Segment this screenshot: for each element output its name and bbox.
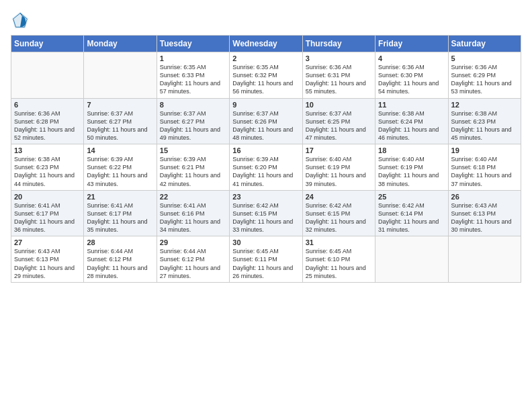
day-info: Sunrise: 6:38 AM Sunset: 6:23 PM Dayligh… bbox=[451, 109, 518, 142]
day-info: Sunrise: 6:42 AM Sunset: 6:15 PM Dayligh… bbox=[306, 201, 372, 234]
day-info: Sunrise: 6:36 AM Sunset: 6:28 PM Dayligh… bbox=[14, 109, 81, 142]
day-number: 5 bbox=[451, 54, 518, 62]
day-info: Sunrise: 6:38 AM Sunset: 6:24 PM Dayligh… bbox=[378, 109, 445, 142]
day-number: 22 bbox=[160, 193, 226, 201]
day-number: 18 bbox=[378, 146, 445, 154]
calendar-cell: 16Sunrise: 6:39 AM Sunset: 6:20 PM Dayli… bbox=[230, 144, 302, 191]
calendar-cell: 20Sunrise: 6:41 AM Sunset: 6:17 PM Dayli… bbox=[11, 190, 84, 236]
day-info: Sunrise: 6:35 AM Sunset: 6:32 PM Dayligh… bbox=[232, 63, 299, 96]
calendar-header-wednesday: Wednesday bbox=[230, 36, 302, 52]
day-info: Sunrise: 6:42 AM Sunset: 6:15 PM Dayligh… bbox=[232, 201, 299, 234]
logo-icon bbox=[11, 11, 30, 30]
calendar-cell: 4Sunrise: 6:36 AM Sunset: 6:30 PM Daylig… bbox=[375, 52, 448, 99]
calendar-cell bbox=[84, 52, 157, 99]
day-info: Sunrise: 6:39 AM Sunset: 6:21 PM Dayligh… bbox=[160, 155, 226, 188]
day-number: 16 bbox=[232, 146, 299, 154]
day-info: Sunrise: 6:39 AM Sunset: 6:22 PM Dayligh… bbox=[87, 155, 153, 188]
day-number: 8 bbox=[160, 101, 226, 109]
day-info: Sunrise: 6:43 AM Sunset: 6:13 PM Dayligh… bbox=[14, 247, 81, 280]
day-info: Sunrise: 6:38 AM Sunset: 6:23 PM Dayligh… bbox=[14, 155, 81, 188]
day-info: Sunrise: 6:43 AM Sunset: 6:13 PM Dayligh… bbox=[451, 201, 518, 234]
calendar-week-3: 13Sunrise: 6:38 AM Sunset: 6:23 PM Dayli… bbox=[11, 144, 521, 191]
calendar-cell: 6Sunrise: 6:36 AM Sunset: 6:28 PM Daylig… bbox=[11, 98, 84, 144]
calendar-cell bbox=[448, 236, 521, 283]
calendar-cell: 28Sunrise: 6:44 AM Sunset: 6:12 PM Dayli… bbox=[84, 236, 157, 283]
calendar-cell: 3Sunrise: 6:36 AM Sunset: 6:31 PM Daylig… bbox=[302, 52, 375, 99]
day-number: 10 bbox=[306, 101, 372, 109]
day-number: 21 bbox=[87, 193, 153, 201]
day-info: Sunrise: 6:36 AM Sunset: 6:29 PM Dayligh… bbox=[451, 63, 518, 96]
calendar-cell: 19Sunrise: 6:40 AM Sunset: 6:18 PM Dayli… bbox=[448, 144, 521, 191]
day-info: Sunrise: 6:37 AM Sunset: 6:26 PM Dayligh… bbox=[232, 109, 299, 142]
calendar-cell bbox=[375, 236, 448, 283]
calendar: SundayMondayTuesdayWednesdayThursdayFrid… bbox=[11, 35, 521, 283]
day-number: 12 bbox=[451, 101, 518, 109]
day-info: Sunrise: 6:39 AM Sunset: 6:20 PM Dayligh… bbox=[232, 155, 299, 188]
day-info: Sunrise: 6:41 AM Sunset: 6:16 PM Dayligh… bbox=[160, 201, 226, 234]
calendar-cell bbox=[11, 52, 84, 99]
calendar-body: 1Sunrise: 6:35 AM Sunset: 6:33 PM Daylig… bbox=[11, 52, 521, 283]
calendar-week-2: 6Sunrise: 6:36 AM Sunset: 6:28 PM Daylig… bbox=[11, 98, 521, 144]
day-number: 29 bbox=[160, 238, 226, 246]
day-info: Sunrise: 6:45 AM Sunset: 6:10 PM Dayligh… bbox=[306, 247, 372, 280]
calendar-header-thursday: Thursday bbox=[302, 36, 375, 52]
day-info: Sunrise: 6:37 AM Sunset: 6:25 PM Dayligh… bbox=[306, 109, 372, 142]
day-number: 27 bbox=[14, 238, 81, 246]
day-number: 14 bbox=[87, 146, 153, 154]
calendar-header-tuesday: Tuesday bbox=[157, 36, 229, 52]
day-number: 24 bbox=[306, 193, 372, 201]
day-number: 26 bbox=[451, 193, 518, 201]
day-info: Sunrise: 6:37 AM Sunset: 6:27 PM Dayligh… bbox=[87, 109, 153, 142]
calendar-cell: 9Sunrise: 6:37 AM Sunset: 6:26 PM Daylig… bbox=[230, 98, 302, 144]
day-number: 25 bbox=[378, 193, 445, 201]
calendar-cell: 2Sunrise: 6:35 AM Sunset: 6:32 PM Daylig… bbox=[230, 52, 302, 99]
day-info: Sunrise: 6:36 AM Sunset: 6:31 PM Dayligh… bbox=[306, 63, 372, 96]
calendar-cell: 15Sunrise: 6:39 AM Sunset: 6:21 PM Dayli… bbox=[157, 144, 229, 191]
calendar-cell: 1Sunrise: 6:35 AM Sunset: 6:33 PM Daylig… bbox=[157, 52, 229, 99]
calendar-week-1: 1Sunrise: 6:35 AM Sunset: 6:33 PM Daylig… bbox=[11, 52, 521, 99]
calendar-cell: 14Sunrise: 6:39 AM Sunset: 6:22 PM Dayli… bbox=[84, 144, 157, 191]
calendar-cell: 26Sunrise: 6:43 AM Sunset: 6:13 PM Dayli… bbox=[448, 190, 521, 236]
day-number: 9 bbox=[232, 101, 299, 109]
day-info: Sunrise: 6:42 AM Sunset: 6:14 PM Dayligh… bbox=[378, 201, 445, 234]
calendar-cell: 18Sunrise: 6:40 AM Sunset: 6:19 PM Dayli… bbox=[375, 144, 448, 191]
day-number: 31 bbox=[306, 238, 372, 246]
calendar-cell: 24Sunrise: 6:42 AM Sunset: 6:15 PM Dayli… bbox=[302, 190, 375, 236]
calendar-cell: 21Sunrise: 6:41 AM Sunset: 6:17 PM Dayli… bbox=[84, 190, 157, 236]
day-info: Sunrise: 6:37 AM Sunset: 6:27 PM Dayligh… bbox=[160, 109, 226, 142]
calendar-cell: 27Sunrise: 6:43 AM Sunset: 6:13 PM Dayli… bbox=[11, 236, 84, 283]
page-header bbox=[11, 11, 521, 30]
day-info: Sunrise: 6:40 AM Sunset: 6:19 PM Dayligh… bbox=[306, 155, 372, 188]
calendar-cell: 5Sunrise: 6:36 AM Sunset: 6:29 PM Daylig… bbox=[448, 52, 521, 99]
day-number: 20 bbox=[14, 193, 81, 201]
calendar-header-saturday: Saturday bbox=[448, 36, 521, 52]
day-info: Sunrise: 6:40 AM Sunset: 6:19 PM Dayligh… bbox=[378, 155, 445, 188]
calendar-cell: 17Sunrise: 6:40 AM Sunset: 6:19 PM Dayli… bbox=[302, 144, 375, 191]
day-number: 11 bbox=[378, 101, 445, 109]
day-number: 15 bbox=[160, 146, 226, 154]
calendar-header-sunday: Sunday bbox=[11, 36, 84, 52]
calendar-header-friday: Friday bbox=[375, 36, 448, 52]
calendar-cell: 23Sunrise: 6:42 AM Sunset: 6:15 PM Dayli… bbox=[230, 190, 302, 236]
calendar-header-row: SundayMondayTuesdayWednesdayThursdayFrid… bbox=[11, 36, 521, 52]
logo bbox=[11, 11, 32, 30]
day-number: 23 bbox=[232, 193, 299, 201]
day-info: Sunrise: 6:44 AM Sunset: 6:12 PM Dayligh… bbox=[87, 247, 153, 280]
calendar-cell: 29Sunrise: 6:44 AM Sunset: 6:12 PM Dayli… bbox=[157, 236, 229, 283]
day-number: 6 bbox=[14, 101, 81, 109]
calendar-cell: 8Sunrise: 6:37 AM Sunset: 6:27 PM Daylig… bbox=[157, 98, 229, 144]
day-number: 1 bbox=[160, 54, 226, 62]
calendar-cell: 22Sunrise: 6:41 AM Sunset: 6:16 PM Dayli… bbox=[157, 190, 229, 236]
day-number: 7 bbox=[87, 101, 153, 109]
day-info: Sunrise: 6:45 AM Sunset: 6:11 PM Dayligh… bbox=[232, 247, 299, 280]
day-info: Sunrise: 6:36 AM Sunset: 6:30 PM Dayligh… bbox=[378, 63, 445, 96]
calendar-cell: 31Sunrise: 6:45 AM Sunset: 6:10 PM Dayli… bbox=[302, 236, 375, 283]
calendar-header-monday: Monday bbox=[84, 36, 157, 52]
day-info: Sunrise: 6:40 AM Sunset: 6:18 PM Dayligh… bbox=[451, 155, 518, 188]
day-info: Sunrise: 6:41 AM Sunset: 6:17 PM Dayligh… bbox=[87, 201, 153, 234]
calendar-cell: 10Sunrise: 6:37 AM Sunset: 6:25 PM Dayli… bbox=[302, 98, 375, 144]
day-number: 19 bbox=[451, 146, 518, 154]
calendar-cell: 11Sunrise: 6:38 AM Sunset: 6:24 PM Dayli… bbox=[375, 98, 448, 144]
calendar-cell: 12Sunrise: 6:38 AM Sunset: 6:23 PM Dayli… bbox=[448, 98, 521, 144]
day-number: 3 bbox=[306, 54, 372, 62]
